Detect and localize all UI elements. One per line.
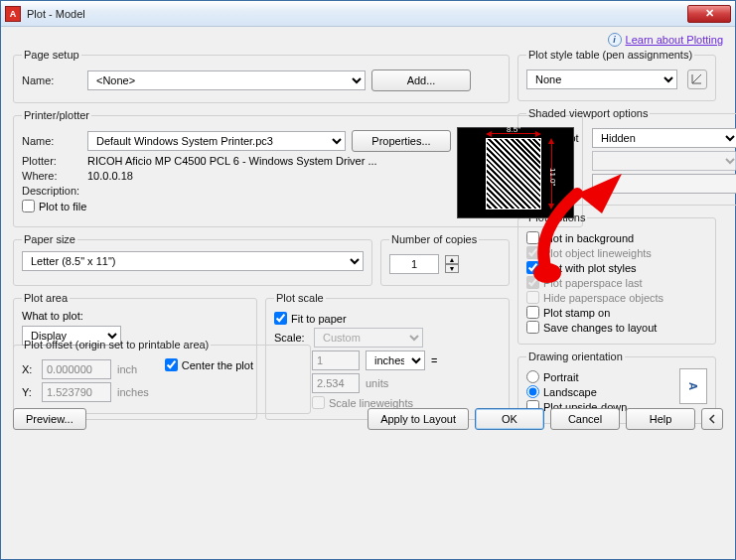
scale-unit1-select[interactable]: inches bbox=[366, 350, 425, 370]
save-changes-checkbox[interactable] bbox=[526, 321, 539, 334]
printer-name-label: Name: bbox=[22, 135, 81, 147]
fit-to-paper-checkbox[interactable] bbox=[274, 312, 287, 325]
window-title: Plot - Model bbox=[27, 8, 85, 20]
plot-to-file-checkbox[interactable] bbox=[22, 200, 35, 212]
plotter-label: Plotter: bbox=[22, 155, 81, 167]
titlebar[interactable]: A Plot - Model ✕ bbox=[1, 1, 735, 27]
copies-legend: Number of copies bbox=[389, 233, 479, 245]
printer-group: Printer/plotter Name: Default Windows Sy… bbox=[13, 109, 583, 227]
plot-background-checkbox[interactable] bbox=[526, 231, 539, 244]
offset-x-input[interactable] bbox=[42, 359, 111, 379]
scale-unit1-input[interactable] bbox=[312, 350, 360, 370]
app-icon: A bbox=[5, 6, 21, 22]
page-setup-name-label: Name: bbox=[22, 74, 81, 86]
page-setup-group: Page setup Name: <None> Add... bbox=[13, 49, 510, 103]
offset-x-label: X: bbox=[22, 363, 36, 375]
shaded-legend: Shaded viewport options bbox=[526, 107, 650, 119]
copies-down-spinner[interactable]: ▼ bbox=[445, 264, 459, 273]
apply-to-layout-button[interactable]: Apply to Layout bbox=[368, 408, 469, 430]
plot-lineweights-checkbox bbox=[526, 246, 539, 259]
plot-to-file-label: Plot to file bbox=[39, 201, 86, 212]
where-label: Where: bbox=[22, 170, 81, 182]
copies-up-spinner[interactable]: ▲ bbox=[445, 255, 459, 264]
quality-select bbox=[592, 151, 736, 171]
scale-select[interactable]: Custom bbox=[314, 328, 423, 348]
paper-size-group: Paper size Letter (8.5" x 11") bbox=[13, 233, 372, 286]
help-button[interactable]: Help bbox=[626, 408, 695, 430]
hide-paperspace-checkbox bbox=[526, 291, 539, 304]
what-to-plot-label: What to plot: bbox=[22, 310, 248, 322]
equals-label: = bbox=[431, 354, 437, 366]
cancel-button[interactable]: Cancel bbox=[550, 408, 620, 430]
plot-dialog: A Plot - Model ✕ i Learn about Plotting … bbox=[0, 0, 736, 560]
landscape-radio[interactable] bbox=[526, 385, 539, 398]
paper-size-select[interactable]: Letter (8.5" x 11") bbox=[22, 251, 364, 271]
copies-input[interactable] bbox=[389, 254, 439, 274]
dpi-input bbox=[592, 174, 736, 194]
plot-style-edit-icon[interactable] bbox=[687, 70, 707, 89]
chevron-left-icon bbox=[707, 414, 717, 424]
page-setup-name-select[interactable]: <None> bbox=[87, 70, 366, 90]
where-value: 10.0.0.18 bbox=[87, 170, 133, 182]
printer-name-select[interactable]: Default Windows System Printer.pc3 bbox=[87, 131, 346, 151]
offset-x-units: inch bbox=[117, 363, 137, 375]
offset-y-label: Y: bbox=[22, 386, 36, 398]
add-button[interactable]: Add... bbox=[371, 70, 471, 91]
properties-button[interactable]: Properties... bbox=[352, 130, 451, 152]
scale-label: Scale: bbox=[274, 332, 308, 344]
plot-scale-group: Plot scale Fit to paper Scale: Custom bbox=[265, 292, 510, 420]
plotter-value: RICOH Aficio MP C4500 PCL 6 - Windows Sy… bbox=[87, 155, 377, 167]
scale-unit2-label: units bbox=[366, 377, 388, 389]
center-plot-label: Center the plot bbox=[182, 359, 253, 371]
plot-style-select[interactable]: None bbox=[526, 70, 677, 89]
close-button[interactable]: ✕ bbox=[687, 5, 731, 23]
plot-styles-checkbox[interactable] bbox=[526, 261, 539, 274]
orientation-preview-icon: A bbox=[679, 368, 707, 404]
printer-legend: Printer/plotter bbox=[22, 109, 91, 121]
portrait-radio[interactable] bbox=[526, 370, 539, 383]
plot-style-legend: Plot style table (pen assignments) bbox=[526, 49, 694, 61]
offset-y-units: inches bbox=[117, 386, 149, 398]
info-icon: i bbox=[608, 33, 622, 47]
preview-button[interactable]: Preview... bbox=[13, 408, 86, 430]
learn-about-plotting-link[interactable]: Learn about Plotting bbox=[626, 34, 723, 46]
plot-offset-legend: Plot offset (origin set to printable are… bbox=[22, 339, 211, 350]
plot-paperspace-checkbox bbox=[526, 276, 539, 289]
paper-preview: 8.5" 11.0" bbox=[457, 127, 574, 218]
copies-group: Number of copies ▲ ▼ bbox=[380, 233, 510, 286]
expand-button[interactable] bbox=[701, 408, 723, 430]
scale-lineweights-label: Scale lineweights bbox=[329, 397, 413, 409]
paper-size-legend: Paper size bbox=[22, 233, 77, 245]
fit-to-paper-label: Fit to paper bbox=[291, 313, 347, 325]
ok-button[interactable]: OK bbox=[475, 408, 544, 430]
page-setup-legend: Page setup bbox=[22, 49, 81, 61]
offset-y-input[interactable] bbox=[42, 382, 111, 402]
plot-area-legend: Plot area bbox=[22, 292, 70, 304]
plot-stamp-checkbox[interactable] bbox=[526, 306, 539, 319]
description-label: Description: bbox=[22, 185, 81, 197]
plot-scale-legend: Plot scale bbox=[274, 292, 326, 304]
shade-plot-select[interactable]: Hidden bbox=[592, 128, 736, 148]
center-plot-checkbox[interactable] bbox=[165, 358, 178, 371]
plot-options-group: Plot options Plot in background Plot obj… bbox=[517, 211, 716, 345]
plot-style-group: Plot style table (pen assignments) None bbox=[517, 49, 716, 101]
orientation-legend: Drawing orientation bbox=[526, 350, 625, 362]
scale-unit2-input[interactable] bbox=[312, 373, 360, 393]
